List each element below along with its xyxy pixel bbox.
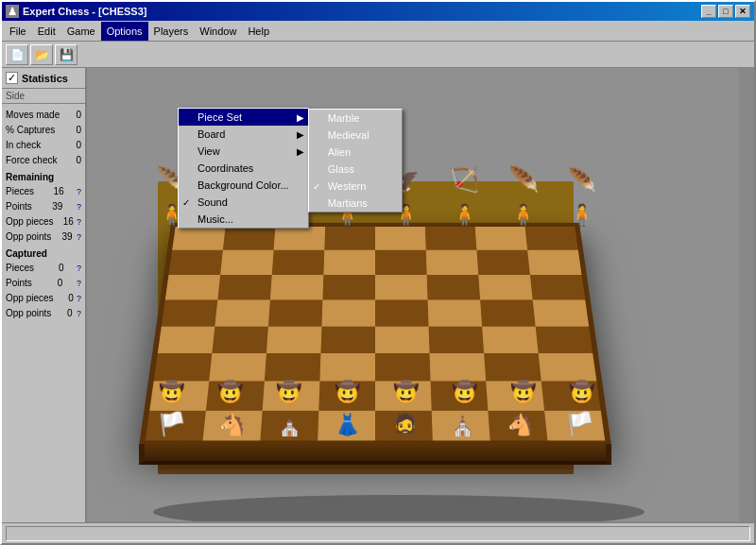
menu-item-players[interactable]: Players (148, 22, 195, 41)
options-coordinates[interactable]: Coordinates (179, 160, 308, 177)
pieceset-martians[interactable]: Martians (309, 195, 402, 212)
options-music[interactable]: Music... (179, 211, 308, 228)
cap-points-value: 0 (43, 277, 62, 290)
board-cell[interactable] (375, 275, 428, 300)
board-cell[interactable] (272, 250, 325, 275)
open-button[interactable]: 📂 (30, 44, 53, 65)
piece: 🧔 (392, 415, 418, 435)
menu-item-edit[interactable]: Edit (32, 22, 61, 41)
statistics-checkbox[interactable]: ✓ (6, 72, 18, 84)
opp-points-help[interactable]: ? (77, 230, 81, 244)
board-cell[interactable] (154, 353, 213, 382)
options-view[interactable]: View ▶ (179, 143, 308, 160)
board-cell[interactable] (429, 326, 485, 353)
board-cell[interactable] (217, 275, 271, 300)
options-sound[interactable]: ✓ Sound (179, 194, 308, 211)
board-cell[interactable] (428, 300, 483, 327)
pieceset-medieval[interactable]: Medieval (309, 127, 402, 144)
pieces-help[interactable]: ? (77, 185, 81, 198)
board-cell[interactable] (270, 275, 324, 300)
board-cell[interactable] (425, 227, 477, 250)
board-cell[interactable] (322, 275, 375, 300)
board-cell[interactable] (426, 250, 479, 275)
board-cell[interactable] (524, 227, 577, 250)
marble-label: Marble (328, 112, 360, 124)
moves-made-label: Moves made (6, 109, 60, 122)
board-cell[interactable] (478, 275, 532, 300)
sound-check-icon: ✓ (182, 197, 190, 208)
menu-item-game[interactable]: Game (61, 22, 101, 41)
board-cell[interactable] (375, 227, 426, 250)
board-cell[interactable] (536, 326, 593, 353)
pieceset-western[interactable]: ✓ Western (309, 178, 402, 195)
board-cell[interactable] (323, 250, 375, 275)
piece: 🏹 (449, 167, 479, 192)
board-cell[interactable] (266, 326, 322, 353)
board-cell[interactable] (375, 250, 427, 275)
board-cell[interactable] (375, 300, 429, 327)
board-cell[interactable] (215, 300, 269, 327)
menu-item-window[interactable]: Window (194, 22, 242, 41)
board-cell[interactable] (527, 250, 581, 275)
board-cell[interactable] (220, 250, 273, 275)
maximize-button[interactable]: □ (718, 5, 733, 18)
captures-value: 0 (62, 124, 81, 137)
board-cell[interactable] (539, 353, 597, 382)
points-help[interactable]: ? (77, 200, 81, 213)
coordinates-label: Coordinates (198, 162, 253, 174)
pieceset-marble[interactable]: Marble (309, 110, 402, 127)
board-cell[interactable] (223, 227, 275, 250)
options-bg-color[interactable]: Background Color... (179, 177, 308, 194)
menu-item-help[interactable]: Help (242, 22, 275, 41)
options-piece-set[interactable]: Piece Set ▶ Marble Medieval Alien (179, 109, 308, 126)
cap-points-help[interactable]: ? (77, 277, 81, 290)
board-cell[interactable] (209, 353, 266, 382)
board-cell[interactable] (169, 250, 223, 275)
close-button[interactable]: ✕ (735, 5, 750, 18)
cap-pieces-help[interactable]: ? (77, 262, 81, 275)
board-cell[interactable] (162, 300, 217, 327)
board-cell[interactable] (172, 227, 225, 250)
board-cell[interactable] (484, 353, 541, 382)
board-cell[interactable] (427, 275, 481, 300)
minimize-button[interactable]: _ (701, 5, 716, 18)
options-board[interactable]: Board ▶ (179, 126, 308, 143)
board-cell[interactable] (533, 300, 589, 327)
board-cell[interactable] (530, 275, 585, 300)
captures-label: % Captures (6, 124, 55, 137)
board-cell[interactable] (321, 300, 375, 327)
board-cell[interactable] (475, 227, 527, 250)
pieceset-glass[interactable]: Glass (309, 161, 402, 178)
status-panel (6, 526, 750, 541)
board-cell[interactable] (476, 250, 529, 275)
board-cell[interactable] (430, 353, 487, 382)
piece: 🤠 (217, 382, 243, 402)
board-cell[interactable] (274, 227, 326, 250)
pieceset-alien[interactable]: Alien (309, 144, 402, 161)
board-cell[interactable] (482, 326, 539, 353)
board-cell[interactable] (324, 227, 375, 250)
opp-pieces-help[interactable]: ? (77, 215, 81, 229)
board-cell[interactable] (480, 300, 535, 327)
menu-item-file[interactable]: File (4, 22, 32, 41)
board-cell[interactable] (375, 326, 430, 353)
board-cell[interactable] (212, 326, 268, 353)
board-cell[interactable] (265, 353, 321, 382)
piece-set-label: Piece Set (198, 111, 242, 123)
sound-label: Sound (198, 196, 228, 208)
save-button[interactable]: 💾 (55, 44, 77, 65)
cap-opp-points-value: 0 (54, 307, 73, 320)
in-check-row: In check 0 (6, 138, 81, 153)
cap-opp-pieces-help[interactable]: ? (77, 292, 81, 305)
new-button[interactable]: 📄 (6, 44, 28, 65)
board-cell[interactable] (165, 275, 220, 300)
board-cell[interactable] (158, 326, 215, 353)
save-icon: 💾 (60, 48, 74, 61)
board-cell[interactable] (375, 353, 431, 382)
board-cell[interactable] (320, 326, 375, 353)
board-cell[interactable] (319, 353, 375, 382)
piece: 🤠 (393, 382, 419, 402)
board-cell[interactable] (268, 300, 323, 327)
cap-opp-points-help[interactable]: ? (77, 307, 81, 320)
menu-item-options[interactable]: Options (101, 22, 148, 41)
